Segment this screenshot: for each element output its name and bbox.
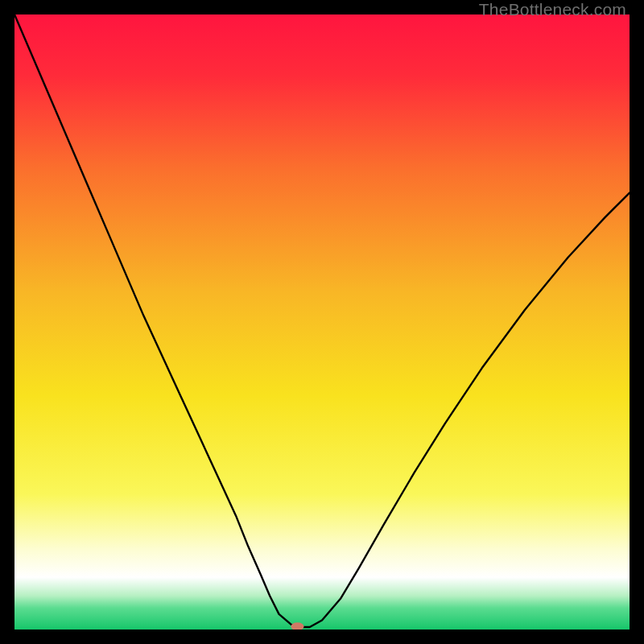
watermark-text: TheBottleneck.com xyxy=(479,0,626,19)
chart-frame xyxy=(14,14,630,630)
gradient-background xyxy=(14,14,630,630)
bottleneck-chart xyxy=(14,14,630,630)
